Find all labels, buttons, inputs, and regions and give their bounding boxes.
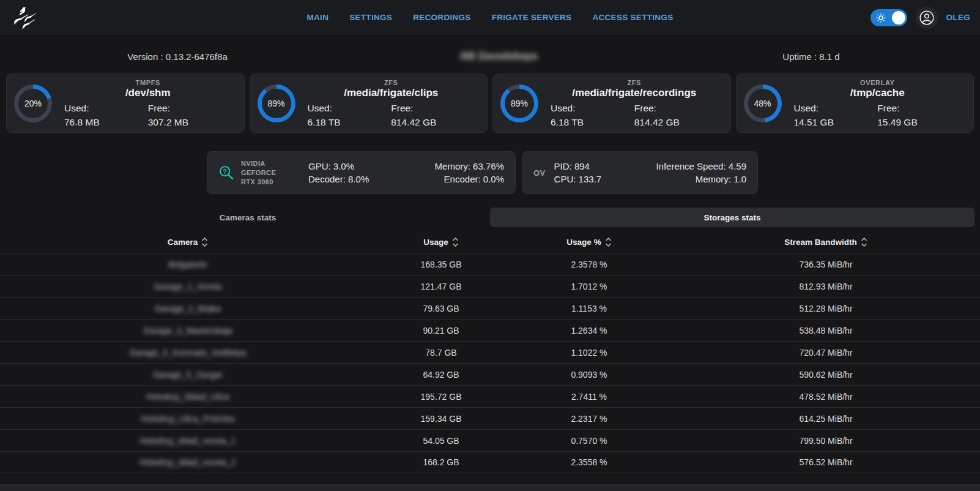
table-row[interactable]: Garage_5_Zavgar 64.92 GB 0.9093 % 590.62… (0, 363, 980, 385)
process-cards-row: ? NVIDIA GEFORCE RTX 3060 GPU: 3.0% Deco… (0, 151, 980, 194)
usage-value: 64.92 GB (376, 370, 507, 380)
used-label: Used: (551, 103, 634, 114)
nav-item-main[interactable]: MAIN (307, 13, 329, 22)
table-row[interactable]: Holodnyj_Sklad_Ulica 195.72 GB 2.7411 % … (0, 385, 980, 407)
table-row[interactable]: Garage_1_Vorota 121.47 GB 1.7012 % 812.9… (0, 275, 980, 297)
person-icon (919, 10, 935, 26)
free-label: Free: (634, 103, 718, 114)
bandwidth-value: 538.48 MiB/hr (672, 326, 980, 335)
table-row[interactable]: Holodnyj_sklad_vorota_1 54.05 GB 0.7570 … (0, 429, 980, 451)
free-value: 814.42 GB (634, 117, 718, 128)
usage-value: 121.47 GB (376, 282, 507, 291)
detector-name: OV (533, 168, 546, 178)
bandwidth-value: 812.93 MiB/hr (672, 282, 980, 291)
camera-name-blurred: Garage_3_Masterskaja (0, 326, 376, 335)
bandwidth-value: 720.47 MiB/hr (672, 348, 980, 358)
usage-percent-value: 1.1022 % (507, 348, 672, 358)
usage-percent-value: 1.1153 % (507, 304, 672, 313)
detector-memory: Memory: 1.0 (656, 174, 746, 184)
usage-percent-value: 0.9093 % (507, 370, 672, 380)
used-label: Used: (308, 103, 392, 114)
donut-percent: 89% (511, 99, 528, 108)
bandwidth-value: 478.52 MiB/hr (672, 392, 980, 402)
bandwidth-value: 614.25 MiB/hr (672, 414, 980, 424)
free-label: Free: (148, 103, 232, 114)
free-value: 814.42 GB (391, 117, 475, 128)
storage-card-clips: 89% ZFS /media/frigate/clips Used: Free:… (250, 73, 488, 133)
camera-name-blurred: Garage_2_Mojka (0, 304, 376, 313)
mount-path: /media/frigate/recordings (547, 87, 722, 99)
toggle-knob (892, 11, 905, 24)
stats-tabs: Cameras stats Storages stats (0, 208, 980, 227)
gpu-card: ? NVIDIA GEFORCE RTX 3060 GPU: 3.0% Deco… (207, 151, 516, 194)
mount-path: /dev/shm (61, 87, 236, 99)
detector-card: OV PID: 894 CPU: 133.7 Inference Speed: … (522, 151, 758, 194)
bandwidth-value: 512.28 MiB/hr (672, 304, 980, 313)
usage-donut: 89% (258, 84, 295, 122)
usage-value: 54.05 GB (376, 436, 507, 446)
usage-percent-value: 2.3558 % (507, 457, 672, 467)
usage-value: 168.35 GB (376, 260, 507, 269)
usage-value: 90.21 GB (376, 326, 507, 335)
mount-path: /media/frigate/clips (304, 87, 479, 99)
free-value: 15.49 GB (877, 117, 961, 128)
usage-percent-value: 1.2634 % (507, 326, 672, 335)
donut-percent: 20% (24, 99, 42, 108)
nav-right: OLEG (870, 7, 970, 29)
used-value: 76.8 MB (64, 117, 148, 128)
storage-card-tmpfs: 20% TMPFS /dev/shm Used: Free: 76.8 MB 3… (6, 73, 245, 133)
used-value: 14.51 GB (794, 117, 878, 128)
used-value: 6.18 TB (308, 117, 392, 128)
column-header-usage-pct[interactable]: Usage % (507, 237, 672, 247)
used-value: 6.18 TB (551, 117, 634, 128)
gpu-name: NVIDIA GEFORCE RTX 3060 (241, 159, 300, 187)
camera-name-blurred: Holodnyj_Sklad_Ulica (0, 392, 376, 402)
column-header-usage[interactable]: Usage (376, 237, 507, 247)
column-header-stream-bandwidth[interactable]: Stream Bandwidth (672, 237, 980, 247)
column-header-camera[interactable]: Camera (0, 237, 376, 247)
table-row[interactable]: Garage_2_Mojka 79.63 GB 1.1153 % 512.28 … (0, 297, 980, 319)
tab-storages-stats[interactable]: Storages stats (490, 208, 974, 227)
table-row[interactable]: Garage_4_Komnata_Voditelya 78.7 GB 1.102… (0, 341, 980, 363)
sort-icon (201, 237, 208, 247)
theme-toggle[interactable] (870, 9, 907, 26)
gpu-encoder: Encoder: 0.0% (435, 174, 504, 184)
sort-icon (605, 237, 612, 247)
table-row[interactable]: Holodnyj_Ulica_Priemka 159.34 GB 2.2317 … (0, 407, 980, 429)
username[interactable]: OLEG (946, 13, 970, 22)
gpu-inspect-icon: ? (218, 165, 235, 181)
usage-percent-value: 0.7570 % (507, 436, 672, 446)
table-row[interactable]: Holodnyj_sklad_vorota_2 168.2 GB 2.3558 … (0, 451, 980, 473)
table-row[interactable]: Garage_3_Masterskaja 90.21 GB 1.2634 % 5… (0, 319, 980, 341)
version-label: Version : 0.13.2-6476f8a (0, 51, 355, 62)
nav-item-settings[interactable]: SETTINGS (349, 13, 392, 22)
gpu-decoder: Decoder: 8.0% (308, 174, 369, 184)
fs-type: TMPFS (61, 79, 236, 86)
usage-percent-value: 2.3578 % (507, 260, 672, 269)
camera-name-blurred: Holodnyj_sklad_vorota_2 (0, 457, 376, 467)
storages-stats-table: Camera Usage Usage % Stream Bandwidth Bo… (0, 231, 980, 473)
tab-cameras-stats[interactable]: Cameras stats (6, 208, 490, 227)
fs-type: ZFS (304, 79, 479, 86)
nav-item-recordings[interactable]: RECORDINGS (413, 13, 471, 22)
free-label: Free: (877, 103, 961, 114)
usage-percent-value: 1.7012 % (507, 282, 672, 291)
used-label: Used: (794, 103, 878, 114)
sort-icon (861, 237, 867, 247)
donut-percent: 89% (267, 99, 284, 108)
frigate-logo-icon[interactable] (10, 4, 38, 32)
storage-cards-row: 20% TMPFS /dev/shm Used: Free: 76.8 MB 3… (0, 73, 980, 133)
nav-item-access-settings[interactable]: ACCESS SETTINGS (592, 13, 673, 22)
info-row: Version : 0.13.2-6476f8a AB Zavodskaya U… (0, 42, 980, 71)
detector-cpu: CPU: 133.7 (554, 174, 602, 184)
table-row[interactable]: Bolgatorie 168.35 GB 2.3578 % 736.35 MiB… (0, 253, 980, 275)
table-header: Camera Usage Usage % Stream Bandwidth (0, 231, 980, 253)
partial-next-section (0, 484, 980, 491)
svg-text:?: ? (223, 168, 227, 174)
nav-links: MAIN SETTINGS RECORDINGS FRIGATE SERVERS… (0, 13, 980, 22)
camera-name-blurred: Holodnyj_sklad_vorota_1 (0, 436, 376, 446)
user-avatar[interactable] (916, 7, 938, 29)
nav-item-frigate-servers[interactable]: FRIGATE SERVERS (492, 13, 572, 22)
usage-donut: 89% (500, 84, 538, 122)
camera-name-blurred: Garage_4_Komnata_Voditelya (0, 348, 376, 358)
